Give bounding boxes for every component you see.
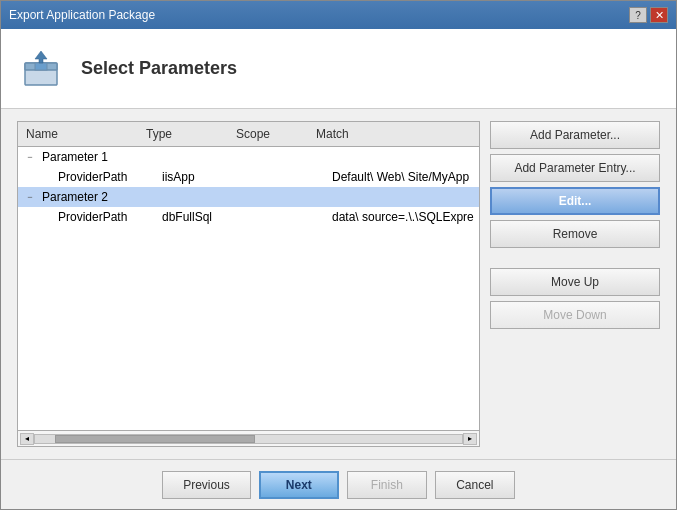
table-row[interactable]: − Parameter 2	[18, 187, 479, 207]
expand-spacer	[22, 209, 38, 225]
svg-rect-2	[35, 63, 47, 70]
param1-entry-type: iisApp	[158, 169, 248, 185]
add-parameter-button[interactable]: Add Parameter...	[490, 121, 660, 149]
param2-type	[142, 196, 232, 198]
title-bar: Export Application Package ? ✕	[1, 1, 676, 29]
dialog-footer: Previous Next Finish Cancel	[1, 459, 676, 509]
expand-icon[interactable]: −	[22, 189, 38, 205]
header-icon	[17, 45, 65, 93]
param1-scope	[232, 156, 312, 158]
btn-spacer	[490, 253, 660, 263]
table-body[interactable]: − Parameter 1 ProviderPath iisApp Defaul…	[18, 147, 479, 430]
param2-entry-type: dbFullSql	[158, 209, 248, 225]
next-button[interactable]: Next	[259, 471, 339, 499]
content-area: Name Type Scope Match − Parameter 1	[17, 121, 660, 447]
move-down-button[interactable]: Move Down	[490, 301, 660, 329]
close-button[interactable]: ✕	[650, 7, 668, 23]
param2-name: Parameter 2	[38, 189, 142, 205]
cancel-button[interactable]: Cancel	[435, 471, 515, 499]
action-buttons-panel: Add Parameter... Add Parameter Entry... …	[490, 121, 660, 447]
edit-button[interactable]: Edit...	[490, 187, 660, 215]
page-title: Select Parameters	[81, 58, 237, 79]
param1-entry-name: ProviderPath	[54, 169, 158, 185]
param1-type	[142, 156, 232, 158]
table-row[interactable]: ProviderPath dbFullSql data\ source=.\.\…	[18, 207, 479, 227]
param1-entry-scope	[248, 176, 328, 178]
table-row[interactable]: − Parameter 1	[18, 147, 479, 167]
column-match: Match	[308, 125, 479, 143]
param2-entry-name: ProviderPath	[54, 209, 158, 225]
expand-icon[interactable]: −	[22, 149, 38, 165]
add-parameter-entry-button[interactable]: Add Parameter Entry...	[490, 154, 660, 182]
dialog-header: Select Parameters	[1, 29, 676, 109]
param1-match	[312, 156, 479, 158]
column-name: Name	[18, 125, 138, 143]
dialog-body: Name Type Scope Match − Parameter 1	[1, 109, 676, 459]
scrollbar-thumb[interactable]	[55, 435, 255, 443]
param2-entry-match: data\ source=.\.\SQLExpre	[328, 209, 479, 225]
help-button[interactable]: ?	[629, 7, 647, 23]
dialog-window: Export Application Package ? ✕ Select Pa…	[0, 0, 677, 510]
table-header: Name Type Scope Match	[18, 122, 479, 147]
horizontal-scrollbar[interactable]: ◂ ▸	[18, 430, 479, 446]
expand-spacer	[22, 169, 38, 185]
param2-match	[312, 196, 479, 198]
scroll-left-button[interactable]: ◂	[20, 433, 34, 445]
title-bar-buttons: ? ✕	[629, 7, 668, 23]
parameters-table: Name Type Scope Match − Parameter 1	[17, 121, 480, 447]
previous-button[interactable]: Previous	[162, 471, 251, 499]
table-row[interactable]: ProviderPath iisApp Default\ Web\ Site/M…	[18, 167, 479, 187]
param2-entry-scope	[248, 216, 328, 218]
move-up-button[interactable]: Move Up	[490, 268, 660, 296]
column-scope: Scope	[228, 125, 308, 143]
remove-button[interactable]: Remove	[490, 220, 660, 248]
column-type: Type	[138, 125, 228, 143]
param2-scope	[232, 196, 312, 198]
scroll-right-button[interactable]: ▸	[463, 433, 477, 445]
param1-entry-match: Default\ Web\ Site/MyApp	[328, 169, 479, 185]
scrollbar-track[interactable]	[34, 434, 463, 444]
svg-marker-3	[35, 51, 47, 63]
finish-button[interactable]: Finish	[347, 471, 427, 499]
dialog-title: Export Application Package	[9, 8, 155, 22]
param1-name: Parameter 1	[38, 149, 142, 165]
